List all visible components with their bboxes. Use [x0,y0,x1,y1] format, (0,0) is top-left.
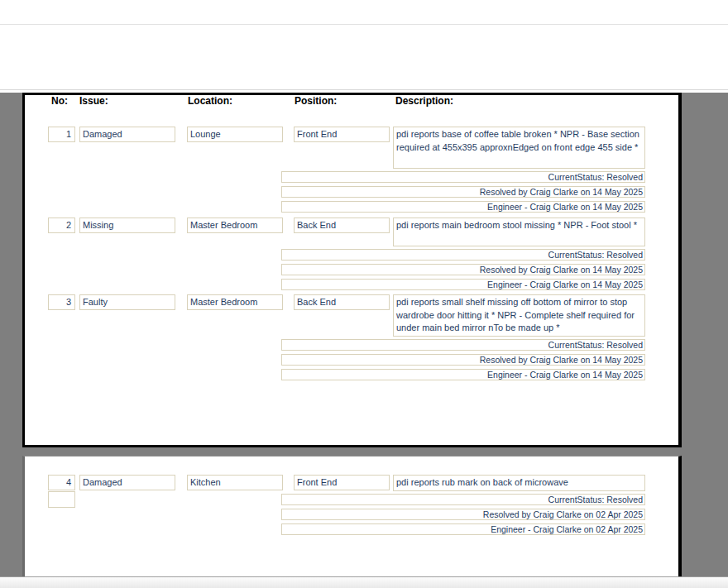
record-status-field[interactable]: Resolved by Craig Clarke on 14 May 2025 [281,186,645,198]
top-divider-line [0,24,728,25]
record-location-field[interactable]: Master Bedroom [187,218,283,233]
record-location-field[interactable]: Kitchen [187,475,283,490]
record-status-field[interactable]: Resolved by Craig Clarke on 14 May 2025 [281,264,645,275]
record-status-field[interactable]: Engineer - Craig Clarke on 14 May 2025 [281,201,645,213]
record-position-field[interactable]: Front End [294,127,390,142]
column-header-no: No: [51,95,68,107]
report-page-2: 4DamagedKitchenFront Endpdi reports rub … [22,456,682,576]
report-preview-canvas: No: Issue: Location: Position: Descripti… [0,93,728,576]
record-issue-field[interactable]: Missing [79,218,175,233]
report-page-1: No: Issue: Location: Position: Descripti… [22,93,682,447]
record-no-field[interactable]: 3 [48,294,75,310]
record-issue-field[interactable]: Faulty [79,294,175,310]
record-status-field[interactable]: CurrentStatus: Resolved [281,171,645,183]
record-issue-field[interactable]: Damaged [79,475,175,490]
column-header-description: Description: [395,95,453,107]
column-header-position: Position: [295,95,337,107]
column-header-location: Location: [188,95,232,107]
record-status-field[interactable]: CurrentStatus: Resolved [281,339,645,351]
record-location-field[interactable]: Master Bedroom [187,294,283,310]
record-position-field[interactable]: Back End [294,294,390,310]
record-description-field[interactable]: pdi reports main bedroom stool missing *… [393,218,645,246]
record-status-field[interactable]: Resolved by Craig Clarke on 02 Apr 2025 [281,509,645,520]
record-position-field[interactable]: Back End [294,218,390,233]
empty-no-field[interactable] [48,491,75,508]
record-navigation-toolbar: ▼ ▼ [0,576,728,588]
record-status-field[interactable]: Engineer - Craig Clarke on 14 May 2025 [281,369,645,380]
record-status-field[interactable]: CurrentStatus: Resolved [281,249,645,261]
record-position-field[interactable]: Front End [294,475,390,490]
record-issue-field[interactable]: Damaged [79,127,175,142]
record-no-field[interactable]: 1 [48,127,75,142]
record-status-field[interactable]: Engineer - Craig Clarke on 02 Apr 2025 [281,523,645,535]
record-description-field[interactable]: pdi reports small shelf missing off bott… [393,294,645,337]
record-description-field[interactable]: pdi reports rub mark on back of microwav… [393,475,645,491]
record-status-field[interactable]: Resolved by Craig Clarke on 14 May 2025 [281,354,645,366]
content-divider-line [0,89,728,90]
record-description-field[interactable]: pdi reports base of coffee table broken … [393,127,645,169]
record-no-field[interactable]: 2 [48,218,75,233]
column-header-issue: Issue: [79,95,108,107]
record-location-field[interactable]: Lounge [187,127,283,142]
record-status-field[interactable]: CurrentStatus: Resolved [281,494,645,505]
record-status-field[interactable]: Engineer - Craig Clarke on 14 May 2025 [281,279,645,290]
record-no-field[interactable]: 4 [48,475,75,490]
